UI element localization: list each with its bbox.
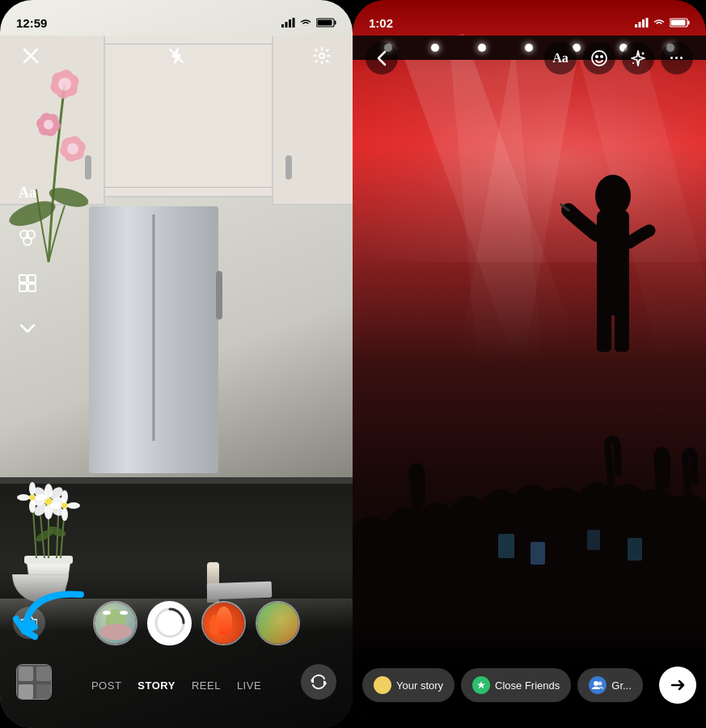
svg-point-53 xyxy=(319,53,324,58)
story-thumb-4[interactable] xyxy=(256,601,300,645)
close-button[interactable] xyxy=(16,41,45,70)
svg-point-13 xyxy=(67,143,78,154)
svg-point-5 xyxy=(58,78,71,91)
svg-rect-48 xyxy=(335,21,336,25)
right-phone: 1:02 xyxy=(353,0,706,728)
more-options-button[interactable]: ··· xyxy=(661,42,693,74)
your-story-button[interactable]: Your story xyxy=(362,668,454,702)
svg-rect-49 xyxy=(318,20,332,26)
effects-button[interactable] xyxy=(622,42,654,74)
flash-button[interactable] xyxy=(162,41,191,70)
gallery-thumbnail[interactable] xyxy=(16,664,52,700)
more-options-label: ··· xyxy=(670,50,684,67)
mode-reel[interactable]: REEL xyxy=(192,679,221,692)
performer-silhouette xyxy=(560,129,666,356)
signal-icon xyxy=(281,18,295,28)
svg-rect-67 xyxy=(36,684,51,699)
sparkle-icon xyxy=(629,49,647,67)
text-edit-label: Aa xyxy=(552,51,569,66)
mode-post[interactable]: POST xyxy=(91,679,121,692)
svg-point-92 xyxy=(594,681,598,686)
group-label: Gr... xyxy=(611,679,632,692)
svg-rect-79 xyxy=(628,538,642,561)
next-button[interactable] xyxy=(659,667,696,704)
svg-point-39 xyxy=(49,502,62,509)
back-icon xyxy=(376,49,387,67)
svg-rect-78 xyxy=(587,530,600,550)
svg-point-91 xyxy=(632,62,634,64)
svg-point-33 xyxy=(29,500,36,513)
svg-rect-66 xyxy=(19,684,33,699)
story-thumb-1[interactable] xyxy=(93,601,137,645)
svg-point-37 xyxy=(61,490,68,503)
left-phone: 12:59 xyxy=(0,0,353,728)
svg-point-87 xyxy=(592,51,607,66)
right-signal-icon xyxy=(635,18,649,28)
svg-point-56 xyxy=(23,237,32,245)
svg-rect-65 xyxy=(36,667,51,681)
svg-point-90 xyxy=(642,53,645,55)
story-thumb-3[interactable] xyxy=(201,601,246,645)
text-edit-button[interactable]: Aa xyxy=(544,42,577,74)
svg-point-9 xyxy=(44,120,53,129)
effects-tool[interactable] xyxy=(13,223,42,252)
mode-story[interactable]: STORY xyxy=(137,679,175,692)
svg-rect-44 xyxy=(285,22,288,28)
camera-top-bar xyxy=(0,36,353,76)
svg-point-40 xyxy=(67,502,80,509)
svg-rect-80 xyxy=(635,24,637,28)
svg-rect-81 xyxy=(639,22,641,28)
share-options: Your story Close Friends xyxy=(362,667,696,704)
right-battery-icon xyxy=(670,18,690,28)
crowd-silhouette xyxy=(353,396,706,623)
chevron-down-icon xyxy=(19,324,36,333)
svg-point-34 xyxy=(17,494,30,501)
svg-point-93 xyxy=(598,682,602,686)
group-share-button[interactable]: Gr... xyxy=(577,668,643,702)
right-status-icons xyxy=(635,18,690,28)
back-button[interactable] xyxy=(366,42,398,74)
your-story-label: Your story xyxy=(396,679,443,692)
edit-tools-group: Aa ··· xyxy=(544,42,693,74)
svg-rect-43 xyxy=(281,24,284,28)
gallery-icon xyxy=(17,665,52,700)
wifi-icon xyxy=(299,18,312,28)
svg-rect-59 xyxy=(19,284,27,291)
battery-icon xyxy=(316,18,336,28)
story-thumb-active[interactable] xyxy=(147,601,192,645)
text-tool[interactable]: Aa xyxy=(13,178,42,207)
settings-icon xyxy=(312,46,332,66)
layout-tool[interactable] xyxy=(13,269,42,298)
right-time: 1:02 xyxy=(369,16,393,30)
left-status-icons xyxy=(281,18,336,28)
svg-point-36 xyxy=(61,502,68,509)
svg-rect-58 xyxy=(28,275,36,282)
flip-camera-button[interactable] xyxy=(301,664,336,700)
svg-rect-46 xyxy=(293,18,295,28)
svg-rect-77 xyxy=(531,542,545,565)
svg-point-31 xyxy=(29,494,36,501)
svg-rect-76 xyxy=(498,534,514,558)
svg-rect-82 xyxy=(642,19,645,28)
flash-off-icon xyxy=(167,47,185,65)
settings-button[interactable] xyxy=(307,41,336,70)
svg-rect-73 xyxy=(615,307,629,352)
left-status-bar: 12:59 xyxy=(0,0,353,36)
timer-arc xyxy=(154,607,186,639)
next-arrow-icon xyxy=(670,678,686,692)
text-tool-label: Aa xyxy=(19,184,36,201)
blue-arrow-container xyxy=(12,578,93,651)
sticker-button[interactable] xyxy=(583,42,615,74)
flip-camera-icon xyxy=(310,673,328,691)
star-icon xyxy=(476,680,486,690)
left-time: 12:59 xyxy=(16,16,47,30)
close-icon xyxy=(22,47,40,65)
svg-rect-86 xyxy=(671,20,686,26)
svg-point-88 xyxy=(595,55,598,58)
svg-rect-60 xyxy=(28,284,36,291)
mode-live[interactable]: LIVE xyxy=(237,679,261,692)
close-friends-button[interactable]: Close Friends xyxy=(461,668,571,702)
your-story-dot xyxy=(374,676,391,694)
more-tool[interactable] xyxy=(13,314,42,343)
svg-rect-64 xyxy=(19,667,33,681)
